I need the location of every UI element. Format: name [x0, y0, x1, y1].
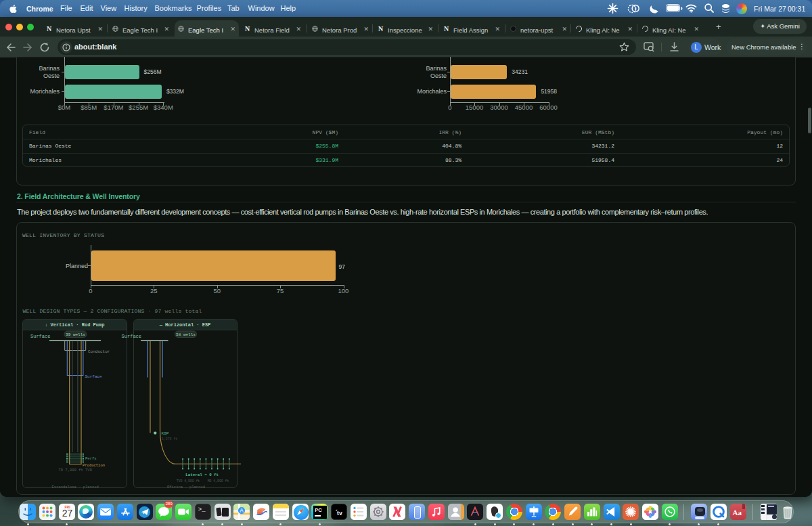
svg-text:Lateral = 0 ft: Lateral = 0 ft	[185, 473, 219, 477]
svg-text:Escandalosa · planned: Escandalosa · planned	[52, 485, 99, 489]
svg-text:Perfs: Perfs	[85, 456, 97, 461]
svg-text:A: A	[240, 507, 244, 514]
svg-text:KOP: KOP	[161, 431, 168, 436]
svg-text:!: !	[635, 5, 636, 12]
svg-text:Surface: Surface	[30, 334, 50, 339]
svg-text:39 wells: 39 wells	[66, 332, 85, 337]
svg-text:tv: tv	[337, 510, 342, 517]
svg-text:58 wells: 58 wells	[176, 332, 196, 337]
svg-text:TVD 4,500 ft MD 4,500 ft: TVD 4,500 ft MD 4,500 ft	[176, 479, 229, 483]
svg-text:Surface: Surface	[85, 374, 103, 379]
svg-text:3,375 ft: 3,375 ft	[161, 437, 177, 441]
svg-text:Oficina · planned: Oficina · planned	[166, 485, 204, 489]
svg-text:TD 7,000 ft TVD: TD 7,000 ft TVD	[58, 468, 92, 473]
svg-text:Conductor: Conductor	[88, 349, 110, 354]
svg-text:Production: Production	[83, 463, 105, 468]
svg-text:Surface: Surface	[121, 334, 141, 339]
